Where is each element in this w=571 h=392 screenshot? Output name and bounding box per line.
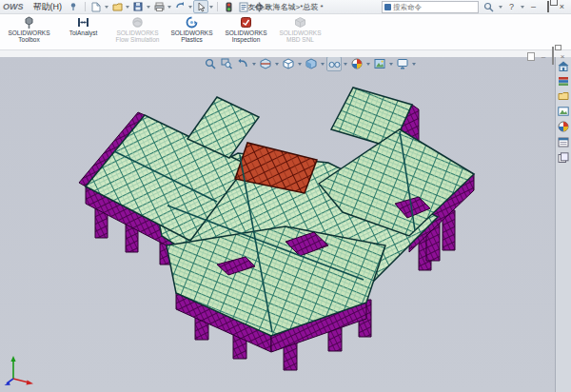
- zoom-to-area-icon[interactable]: [219, 56, 234, 71]
- triad-x-axis: [27, 380, 34, 384]
- document-controls-strip: – ×: [0, 50, 571, 57]
- section-view-dropdown[interactable]: [275, 63, 279, 66]
- view-orientation-icon[interactable]: [281, 56, 296, 71]
- commandmanager-addins: SOLIDWORKS Toolbox TolAnalyst SOLIDWORKS…: [0, 14, 571, 50]
- edit-appearance-dropdown[interactable]: [366, 63, 370, 66]
- hide-show-items-icon[interactable]: [326, 56, 342, 71]
- graphics-viewport[interactable]: [0, 55, 571, 392]
- file-explorer-icon[interactable]: [558, 90, 570, 102]
- view-palette-icon[interactable]: [558, 106, 570, 117]
- search-dropdown[interactable]: [499, 6, 502, 9]
- tolanalyst-icon: [56, 16, 110, 29]
- toolbox-icon: [2, 16, 56, 29]
- solidworks-forum-icon[interactable]: [558, 151, 570, 163]
- view-orientation-dropdown[interactable]: [298, 63, 302, 66]
- plastics-icon: [165, 16, 219, 29]
- tab-solidworks-inspection[interactable]: SOLIDWORKS Inspection: [219, 15, 273, 44]
- tab-label: SOLIDWORKS Flow Simulation: [110, 29, 165, 44]
- custom-properties-icon[interactable]: [558, 136, 570, 147]
- tab-label: SOLIDWORKS Inspection: [219, 29, 273, 44]
- solidworks-window: OWS 帮助(H): [0, 0, 571, 392]
- display-style-icon[interactable]: [304, 56, 319, 71]
- design-library-icon[interactable]: [558, 75, 570, 87]
- document-icon: [527, 52, 535, 61]
- previous-view-dropdown[interactable]: [252, 63, 256, 66]
- apply-scene-dropdown[interactable]: [389, 63, 393, 66]
- titlebar: OWS 帮助(H): [0, 0, 571, 14]
- inspection-icon: [219, 16, 273, 29]
- tab-label: SOLIDWORKS Plastics: [165, 29, 219, 44]
- view-settings-icon[interactable]: [395, 56, 410, 71]
- task-pane-strip: [555, 55, 571, 392]
- tab-tolanalyst[interactable]: TolAnalyst: [56, 15, 110, 36]
- minimize-button[interactable]: –: [527, 1, 540, 12]
- tab-solidworks-toolbox[interactable]: SOLIDWORKS Toolbox: [2, 15, 56, 44]
- tab-label: TolAnalyst: [56, 29, 110, 36]
- tab-label: SOLIDWORKS Toolbox: [2, 29, 56, 44]
- document-restore-button[interactable]: [552, 48, 554, 65]
- hide-show-items-dropdown[interactable]: [344, 63, 347, 66]
- menu-help[interactable]: 帮助(H): [30, 1, 67, 13]
- view-settings-dropdown[interactable]: [412, 63, 416, 66]
- pushpin-icon[interactable]: [69, 2, 78, 12]
- search-icon[interactable]: [481, 0, 496, 13]
- tab-label: SOLIDWORKS MBD SNL: [273, 29, 327, 44]
- appearances-scenes-icon[interactable]: [558, 121, 570, 132]
- help-dropdown[interactable]: [521, 6, 524, 9]
- separator: [85, 2, 86, 11]
- cad-model-formwork-assembly[interactable]: [0, 55, 556, 392]
- mbd-snl-icon: [273, 16, 327, 29]
- open-dropdown[interactable]: [126, 6, 129, 9]
- zoom-to-fit-icon[interactable]: [203, 56, 218, 71]
- tab-mbd-snl: SOLIDWORKS MBD SNL: [273, 15, 327, 44]
- apply-scene-icon[interactable]: [372, 56, 387, 71]
- section-view-icon[interactable]: [258, 56, 273, 71]
- headsup-view-toolbar: [203, 56, 417, 71]
- save-dropdown[interactable]: [147, 6, 150, 9]
- tab-solidworks-plastics[interactable]: SOLIDWORKS Plastics: [165, 15, 219, 44]
- document-close-button[interactable]: ×: [558, 52, 567, 61]
- close-button[interactable]: ×: [556, 1, 568, 12]
- flow-simulation-icon: [110, 16, 165, 29]
- tab-flow-simulation: SOLIDWORKS Flow Simulation: [110, 15, 165, 44]
- help-button[interactable]: ?: [505, 1, 518, 12]
- save-icon[interactable]: [130, 0, 146, 13]
- restore-button[interactable]: [541, 1, 554, 12]
- previous-view-icon[interactable]: [235, 56, 250, 71]
- solidworks-logo-partial: OWS: [3, 2, 24, 11]
- document-minimize-button[interactable]: –: [539, 52, 548, 61]
- coordinate-triad: [3, 354, 37, 386]
- open-document-icon[interactable]: [109, 0, 125, 13]
- new-document-icon[interactable]: [89, 0, 104, 13]
- new-dropdown[interactable]: [105, 6, 108, 9]
- document-title: 友佳.欧海名城>*总装 *: [162, 2, 409, 12]
- display-style-dropdown[interactable]: [321, 63, 325, 66]
- edit-appearance-icon[interactable]: [349, 56, 364, 71]
- triad-y-axis: [10, 356, 15, 362]
